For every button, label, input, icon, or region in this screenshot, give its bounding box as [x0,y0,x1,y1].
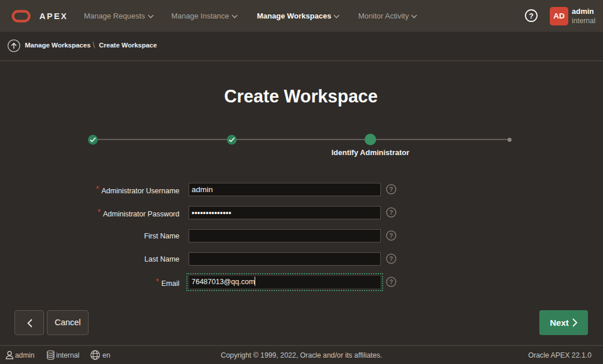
svg-text:?: ? [389,232,393,239]
svg-text:?: ? [529,12,534,20]
svg-text:?: ? [389,255,393,262]
svg-text:?: ? [389,278,393,285]
svg-text:?: ? [389,186,393,193]
svg-text:?: ? [389,209,393,216]
